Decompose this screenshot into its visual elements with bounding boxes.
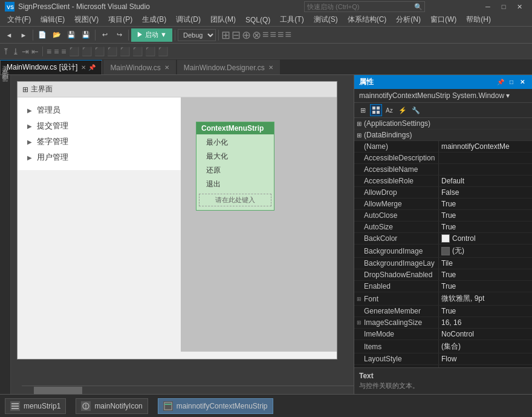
tab-pin-1[interactable]: 📌: [88, 64, 96, 71]
forward-button[interactable]: ►: [17, 28, 30, 42]
context-menu-item-restore[interactable]: 还原: [196, 163, 274, 177]
bottom-item-notifyicon[interactable]: mainNotifyIcon: [76, 398, 148, 414]
prop-value-bgimagelayout[interactable]: Tile: [439, 258, 532, 269]
props-property-pages[interactable]: 🔧: [410, 104, 422, 116]
prop-value-items[interactable]: (集合): [439, 340, 532, 353]
context-menu-item-minimize[interactable]: 最小化: [196, 136, 274, 149]
context-menu-item-exit[interactable]: 退出: [196, 177, 274, 191]
design-canvas: ⊞ 主界面 ▶ 管理员 ▶ 提交管理 ▶ 签字管理: [17, 81, 337, 360]
menu-architecture[interactable]: 体系结构(C): [343, 13, 392, 27]
menu-window[interactable]: 窗口(W): [426, 13, 461, 27]
prop-value-autoclose[interactable]: True: [439, 210, 532, 221]
prop-row-enabled: Enabled True: [354, 281, 532, 292]
expand-appsettings[interactable]: ⊞: [357, 120, 362, 127]
debug-mode-dropdown[interactable]: Debug: [178, 29, 216, 41]
toolbar-icon-4: ⊗: [252, 28, 261, 42]
prop-row-bgimage: BackgroundImage (无): [354, 245, 532, 258]
redo-button[interactable]: ↪: [112, 28, 126, 42]
quick-search-input[interactable]: [304, 1, 425, 12]
menu-team[interactable]: 团队(M): [206, 13, 241, 27]
secondary-toolbar: ⤒ ⤓ ⇥ ⇤ ≡ ≡ ≡ ⬛ ⬛ ⬛ ⬛ ⬛ ⬛ ⬛ ⬛: [0, 44, 532, 59]
prop-group-databindings[interactable]: ⊞ (DataBindings): [354, 130, 532, 141]
menu-build[interactable]: 生成(B): [137, 13, 171, 27]
prop-value-acc-name[interactable]: [439, 164, 532, 175]
minimize-button[interactable]: ─: [480, 0, 496, 13]
tab-close-2[interactable]: ✕: [164, 64, 169, 71]
menu-view[interactable]: 视图(V): [70, 13, 103, 27]
close-button[interactable]: ✕: [511, 0, 527, 13]
menu-project[interactable]: 项目(P): [103, 13, 137, 27]
tab-mainwindow-design[interactable]: MainWindow.cs [设计] ✕ 📌: [0, 60, 102, 74]
prop-value-layoutstyle[interactable]: Flow: [439, 353, 532, 364]
prop-value-backcolor[interactable]: Control: [439, 233, 532, 244]
props-pin-button[interactable]: 📌: [496, 77, 505, 87]
prop-row-layoutstyle: LayoutStyle Flow: [354, 353, 532, 365]
prop-row-allowmerge: AllowMerge True: [354, 199, 532, 210]
prop-value-acc-desc[interactable]: [439, 153, 532, 163]
props-alpha-view[interactable]: Az: [383, 104, 395, 116]
svg-rect-3: [377, 107, 380, 110]
start-button[interactable]: ▶ 启动 ▼: [131, 28, 172, 42]
bottom-item-contextmenu[interactable]: mainnotifyContextMenuStrip: [158, 398, 273, 414]
arrow-admin: ▶: [27, 107, 32, 114]
props-list-view[interactable]: [370, 104, 382, 116]
menu-test[interactable]: 测试(S): [309, 13, 343, 27]
menu-tools[interactable]: 工具(T): [275, 13, 308, 27]
save-all-button[interactable]: 💾: [79, 28, 92, 42]
prop-value-font[interactable]: 微软雅黑, 9pt: [439, 292, 532, 305]
prop-value-name[interactable]: mainnotifyContextMe: [439, 141, 532, 152]
bottom-item-menustrip[interactable]: menuStrip1: [5, 398, 66, 414]
context-menu-item-maximize[interactable]: 最大化: [196, 149, 274, 163]
tab-mainwindow-designer[interactable]: MainWindow.Designer.cs ✕: [177, 60, 280, 74]
prop-value-enabled[interactable]: True: [439, 281, 532, 292]
h-scroll-thumb[interactable]: [34, 387, 82, 394]
open-button[interactable]: 📂: [50, 28, 63, 42]
prop-value-allowmerge[interactable]: True: [439, 199, 532, 209]
prop-value-imemode[interactable]: NoControl: [439, 329, 532, 340]
menu-file[interactable]: 文件(F): [2, 13, 36, 27]
back-button[interactable]: ◄: [2, 28, 16, 42]
prop-row-acc-role: AccessibleRole Default: [354, 176, 532, 187]
prop-value-bgimage[interactable]: (无): [439, 245, 532, 257]
prop-name-dropshadow: DropShadowEnabled: [354, 269, 439, 280]
props-grid-view[interactable]: ⊞: [357, 104, 369, 116]
toolbar2-icon-6: ≡: [54, 47, 59, 56]
component-name-dropdown[interactable]: mainnotifyContextMenuStrip System.Window…: [354, 89, 532, 103]
prop-value-acc-role[interactable]: Default: [439, 176, 532, 186]
new-file-button[interactable]: 📄: [36, 28, 49, 42]
tab-mainwindow-cs[interactable]: MainWindow.cs ✕: [103, 60, 175, 74]
expand-databindings[interactable]: ⊞: [357, 132, 362, 139]
props-events-view[interactable]: ⚡: [397, 104, 409, 116]
prop-value-autosize[interactable]: True: [439, 222, 532, 232]
svg-text:VS: VS: [7, 4, 14, 10]
toolbar-icon-1: ⊞: [221, 28, 230, 42]
menu-sql[interactable]: SQL(Q): [241, 13, 275, 27]
prop-value-dropshadow[interactable]: True: [439, 269, 532, 280]
menu-item-user: ▶ 用户管理: [18, 149, 181, 165]
tab-close-1[interactable]: ✕: [81, 64, 86, 71]
menu-debug[interactable]: 调试(D): [171, 13, 206, 27]
notifyicon-label: mainNotifyIcon: [94, 402, 142, 410]
tab-close-3[interactable]: ✕: [268, 64, 273, 71]
context-menu-placeholder[interactable]: 请在此处键入: [199, 194, 271, 206]
bgimage-swatch: [441, 247, 450, 255]
window-title: SignPressClient - Microsoft Visual Studi…: [18, 2, 249, 11]
undo-button[interactable]: ↩: [98, 28, 111, 42]
prop-name-enabled: Enabled: [354, 281, 439, 292]
props-float-button[interactable]: □: [507, 77, 516, 87]
menu-edit[interactable]: 编辑(E): [36, 13, 70, 27]
menu-analyze[interactable]: 分析(N): [391, 13, 426, 27]
arrow-user: ▶: [27, 154, 32, 161]
save-button[interactable]: 💾: [65, 28, 78, 42]
prop-group-appsettings[interactable]: ⊞ (ApplicationSettings): [354, 118, 532, 130]
props-close-button[interactable]: ✕: [517, 77, 527, 87]
maximize-button[interactable]: □: [496, 0, 511, 13]
prop-name-allowdrop: AllowDrop: [354, 187, 439, 198]
menu-help[interactable]: 帮助(H): [461, 13, 496, 27]
font-expand-icon: ⊞: [357, 296, 362, 302]
prop-value-imagescaling[interactable]: 16, 16: [439, 317, 532, 328]
h-scrollbar[interactable]: [22, 386, 354, 394]
prop-value-allowdrop[interactable]: False: [439, 187, 532, 198]
tab-label-3: MainWindow.Designer.cs: [184, 64, 265, 72]
prop-value-generatemember[interactable]: True: [439, 306, 532, 317]
